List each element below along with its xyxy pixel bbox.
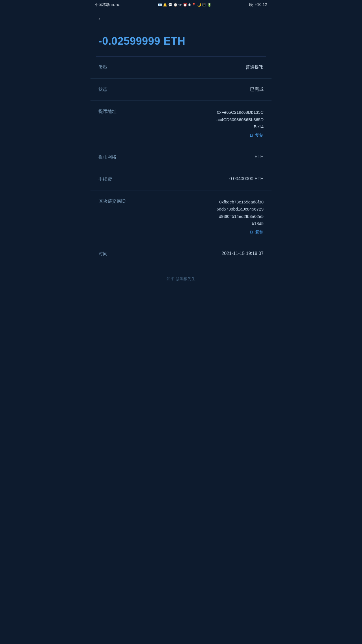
address-row: 提币地址 0xFe65C219c68Db135Cac4CD60936036Bb3… — [90, 101, 272, 146]
status-row: 状态 已完成 — [90, 79, 272, 101]
signal-type: HD 4G — [111, 3, 120, 7]
txid-copy-icon: 🗋 — [249, 230, 253, 234]
fee-label: 手续费 — [98, 176, 118, 182]
txid-value: 0xfbdcb73e165ead8f306dd5738bd1a0c8456729… — [217, 198, 264, 227]
footer-watermark: 知乎 @黑狼先生 — [90, 265, 272, 290]
network-label: 提币网络 — [98, 154, 122, 160]
carrier-name: 中国移动 — [95, 2, 110, 7]
address-copy-label: 复制 — [255, 133, 264, 138]
txid-copy-button[interactable]: 🗋 复制 — [249, 229, 264, 235]
time-label: 时间 — [98, 251, 113, 257]
network-row: 提币网络 ETH — [90, 146, 272, 168]
amount-value: -0.02599999 ETH — [98, 35, 264, 47]
type-value: 普通提币 — [113, 65, 264, 70]
status-bar: 中国移动 HD 4G 📧 🔔 💬 ⌚ 👁 ⏰ ✱ 📍 🌙 📳 🔋 晚上10:12 — [90, 0, 272, 10]
type-row: 类型 普通提币 — [90, 57, 272, 79]
address-copy-button[interactable]: 🗋 复制 — [249, 133, 264, 138]
network-value: ETH — [122, 154, 264, 159]
address-container: 0xFe65C219c68Db135Cac4CD60936036Bb365DBe… — [122, 109, 264, 138]
fee-row: 手续费 0.00400000 ETH — [90, 168, 272, 190]
txid-container: 0xfbdcb73e165ead8f306dd5738bd1a0c8456729… — [131, 198, 264, 235]
nav-bar: ← — [90, 10, 272, 28]
time-row: 时间 2021-11-15 19:18:07 — [90, 243, 272, 265]
fee-value: 0.00400000 ETH — [118, 176, 264, 181]
watermark-text: 知乎 @黑狼先生 — [167, 276, 195, 281]
status-value: 已完成 — [113, 87, 264, 93]
status-label: 状态 — [98, 87, 113, 93]
time-display: 晚上10:12 — [249, 2, 267, 7]
address-label: 提币地址 — [98, 109, 122, 115]
type-label: 类型 — [98, 65, 113, 70]
back-button[interactable]: ← — [96, 14, 105, 24]
txid-label: 区块链交易ID — [98, 198, 131, 204]
txid-row: 区块链交易ID 0xfbdcb73e165ead8f306dd5738bd1a0… — [90, 190, 272, 243]
notification-icons: 📧 🔔 💬 ⌚ 👁 ⏰ ✱ 📍 🌙 📳 🔋 — [158, 3, 212, 7]
status-icons: 📧 🔔 💬 ⌚ 👁 ⏰ ✱ 📍 🌙 📳 🔋 — [158, 3, 212, 7]
address-value: 0xFe65C219c68Db135Cac4CD60936036Bb365DBe… — [216, 109, 264, 130]
txid-copy-label: 复制 — [255, 229, 264, 235]
carrier-info: 中国移动 HD 4G — [95, 2, 120, 7]
amount-section: -0.02599999 ETH — [90, 28, 272, 56]
time-value: 2021-11-15 19:18:07 — [113, 251, 264, 256]
copy-icon: 🗋 — [249, 133, 253, 138]
